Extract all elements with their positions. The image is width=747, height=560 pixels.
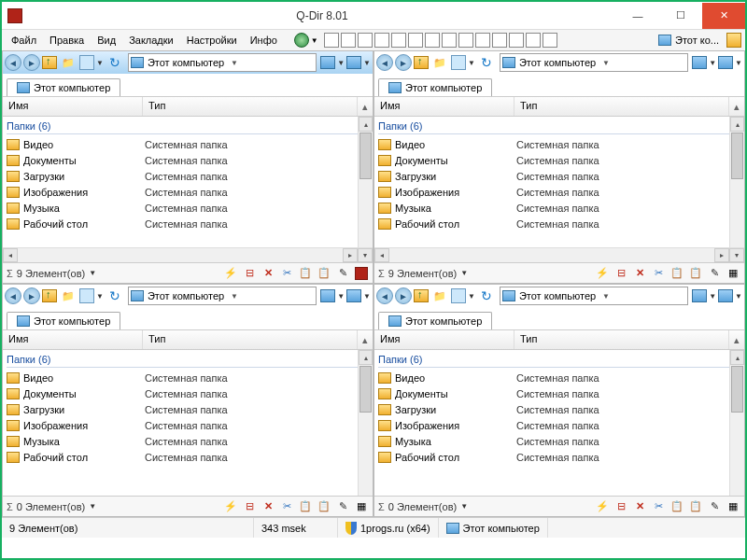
scroll-up-icon[interactable]: ▴	[729, 97, 744, 116]
monitor-button-1[interactable]	[692, 289, 707, 302]
delete-icon[interactable]: ⊟	[242, 266, 257, 281]
col-type[interactable]: Тип	[514, 97, 729, 116]
menu-settings[interactable]: Настройки	[181, 33, 243, 48]
forward-button[interactable]: ►	[23, 54, 40, 71]
grid-icon[interactable]: ▦	[726, 266, 740, 281]
refresh-button[interactable]: ↻	[477, 53, 496, 72]
file-list[interactable]: Папки (6) ВидеоСистемная папка Документы…	[3, 350, 373, 496]
cut-icon[interactable]: ✂	[279, 499, 294, 514]
view-button[interactable]	[451, 55, 466, 70]
list-item[interactable]: ДокументыСистемная папка	[378, 152, 740, 168]
lightning-icon[interactable]: ⚡	[595, 266, 610, 281]
folder-icon[interactable]	[726, 33, 741, 48]
monitor-button-1[interactable]	[320, 56, 335, 69]
explorer-button[interactable]: 📁	[59, 53, 78, 72]
view-dropdown-icon[interactable]: ▼	[468, 292, 475, 301]
list-item[interactable]: ЗагрузкиСистемная папка	[378, 401, 740, 417]
address-bar[interactable]: Этот компьютер▼	[128, 53, 317, 72]
file-list[interactable]: Папки (6) ВидеоСистемная папка Документы…	[3, 117, 373, 247]
paste-icon[interactable]: 📋	[317, 499, 331, 514]
layout-6[interactable]	[408, 33, 423, 48]
status-dropdown-icon[interactable]: ▼	[89, 502, 96, 511]
monitor-button-2[interactable]	[718, 56, 733, 69]
paste-icon[interactable]: 📋	[688, 499, 703, 514]
grid-icon[interactable]: ▦	[354, 499, 369, 514]
tab-this-pc[interactable]: Этот компьютер	[378, 312, 492, 329]
layout-14[interactable]	[543, 33, 557, 48]
tab-this-pc[interactable]: Этот компьютер	[378, 78, 492, 96]
monitor-button-2[interactable]	[718, 289, 733, 302]
x-icon[interactable]: ✕	[632, 266, 647, 281]
lightning-icon[interactable]: ⚡	[223, 266, 238, 281]
up-button[interactable]	[42, 56, 57, 69]
list-item[interactable]: МузыкаСистемная папка	[378, 200, 740, 216]
monitor-button-1[interactable]	[692, 56, 707, 69]
dropdown-icon[interactable]: ▼	[363, 59, 371, 67]
delete-icon[interactable]: ⊟	[242, 499, 257, 514]
copy-icon[interactable]: 📋	[298, 499, 313, 514]
tab-this-pc[interactable]: Этот компьютер	[7, 312, 120, 329]
forward-button[interactable]: ►	[23, 287, 40, 304]
menu-file[interactable]: Файл	[6, 33, 42, 48]
x-icon[interactable]: ✕	[261, 499, 275, 514]
copy-icon[interactable]: 📋	[669, 266, 684, 281]
dropdown-icon[interactable]: ▼	[709, 59, 716, 67]
list-item[interactable]: МузыкаСистемная папка	[7, 433, 369, 449]
back-button[interactable]: ◄	[5, 287, 21, 304]
menu-edit[interactable]: Правка	[44, 33, 90, 48]
list-item[interactable]: ДокументыСистемная папка	[378, 385, 740, 401]
menu-view[interactable]: Вид	[92, 33, 121, 48]
dropdown-icon[interactable]: ▼	[363, 292, 371, 301]
cut-icon[interactable]: ✂	[279, 266, 294, 281]
layout-10[interactable]	[475, 33, 490, 48]
list-item[interactable]: ДокументыСистемная папка	[7, 385, 369, 401]
list-item[interactable]: Рабочий столСистемная папка	[378, 216, 740, 231]
list-item[interactable]: ДокументыСистемная папка	[7, 152, 369, 168]
lightning-icon[interactable]: ⚡	[223, 499, 238, 514]
explorer-button[interactable]: 📁	[59, 287, 78, 305]
view-button[interactable]	[79, 55, 94, 70]
explorer-button[interactable]: 📁	[430, 287, 449, 305]
scroll-up-icon[interactable]: ▴	[358, 330, 373, 349]
x-icon[interactable]: ✕	[632, 499, 647, 514]
layout-5[interactable]	[391, 33, 406, 48]
dropdown-icon[interactable]: ▼	[337, 59, 345, 67]
list-item[interactable]: Рабочий столСистемная папка	[378, 449, 740, 465]
cut-icon[interactable]: ✂	[651, 499, 666, 514]
view-dropdown-icon[interactable]: ▼	[96, 292, 104, 301]
address-bar[interactable]: Этот компьютер▼	[500, 287, 688, 305]
layout-3[interactable]	[358, 33, 373, 48]
list-item[interactable]: ВидеоСистемная папка	[7, 370, 369, 385]
breadcrumb[interactable]: Этот ко...	[658, 35, 719, 46]
list-item[interactable]: ЗагрузкиСистемная папка	[7, 401, 369, 417]
copy-icon[interactable]: 📋	[669, 499, 684, 514]
list-item[interactable]: ВидеоСистемная папка	[7, 136, 369, 152]
menu-bookmarks[interactable]: Закладки	[123, 33, 179, 48]
list-item[interactable]: ВидеоСистемная папка	[378, 136, 740, 152]
address-dropdown-icon[interactable]: ▼	[231, 59, 314, 67]
explorer-button[interactable]: 📁	[430, 53, 449, 72]
col-name[interactable]: Имя	[3, 330, 143, 349]
x-icon[interactable]: ✕	[261, 266, 275, 281]
view-dropdown-icon[interactable]: ▼	[468, 59, 475, 67]
list-item[interactable]: МузыкаСистемная папка	[378, 433, 740, 449]
back-button[interactable]: ◄	[5, 54, 21, 71]
view-button[interactable]	[79, 288, 94, 303]
list-item[interactable]: ВидеоСистемная папка	[378, 370, 740, 385]
horizontal-scrollbar[interactable]: ◂▸▾	[3, 247, 373, 262]
layout-8[interactable]	[442, 33, 457, 48]
layout-7[interactable]	[425, 33, 440, 48]
vertical-scrollbar[interactable]: ▴	[729, 350, 744, 496]
vertical-scrollbar[interactable]: ▴	[358, 117, 373, 247]
dropdown-icon[interactable]: ▼	[709, 292, 716, 301]
address-dropdown-icon[interactable]: ▼	[602, 59, 685, 67]
vertical-scrollbar[interactable]: ▴	[729, 117, 744, 247]
address-bar[interactable]: Этот компьютер▼	[500, 53, 688, 72]
paste-icon[interactable]: 📋	[688, 266, 703, 281]
list-item[interactable]: ЗагрузкиСистемная папка	[7, 168, 369, 184]
dropdown-icon[interactable]: ▼	[337, 292, 345, 301]
layout-9[interactable]	[458, 33, 473, 48]
list-item[interactable]: ИзображенияСистемная папка	[378, 417, 740, 433]
globe-icon[interactable]	[294, 33, 309, 48]
vertical-scrollbar[interactable]: ▴	[358, 350, 373, 496]
